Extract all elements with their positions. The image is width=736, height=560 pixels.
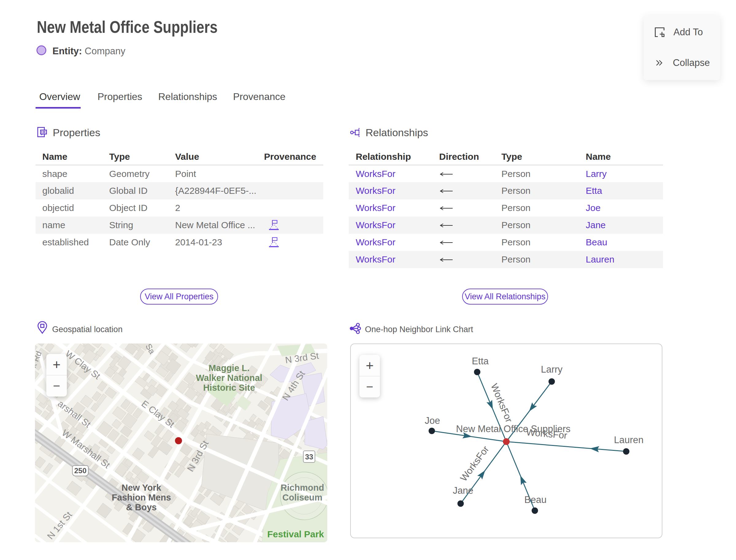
- svg-text:Walker National: Walker National: [196, 373, 262, 383]
- svg-text:WorksFor: WorksFor: [458, 444, 491, 483]
- svg-text:Richmond: Richmond: [281, 483, 324, 493]
- svg-text:New York: New York: [121, 483, 161, 493]
- svg-text:Maggie L.: Maggie L.: [209, 363, 250, 373]
- svg-text:Etta: Etta: [472, 356, 489, 366]
- svg-text:& Boys: & Boys: [126, 502, 157, 512]
- svg-text:Joe: Joe: [425, 415, 440, 426]
- svg-text:WorksFor: WorksFor: [489, 382, 515, 424]
- svg-text:Larry: Larry: [541, 364, 563, 375]
- svg-text:33: 33: [305, 453, 313, 461]
- svg-text:Festival Park: Festival Park: [267, 529, 324, 539]
- svg-text:250: 250: [74, 466, 86, 475]
- svg-text:Lauren: Lauren: [614, 435, 644, 445]
- svg-text:Coliseum: Coliseum: [282, 493, 323, 502]
- svg-text:Jane: Jane: [453, 485, 473, 496]
- svg-text:Beau: Beau: [524, 494, 546, 505]
- svg-text:Historic Site: Historic Site: [203, 383, 255, 393]
- svg-text:Fashion Mens: Fashion Mens: [112, 493, 171, 502]
